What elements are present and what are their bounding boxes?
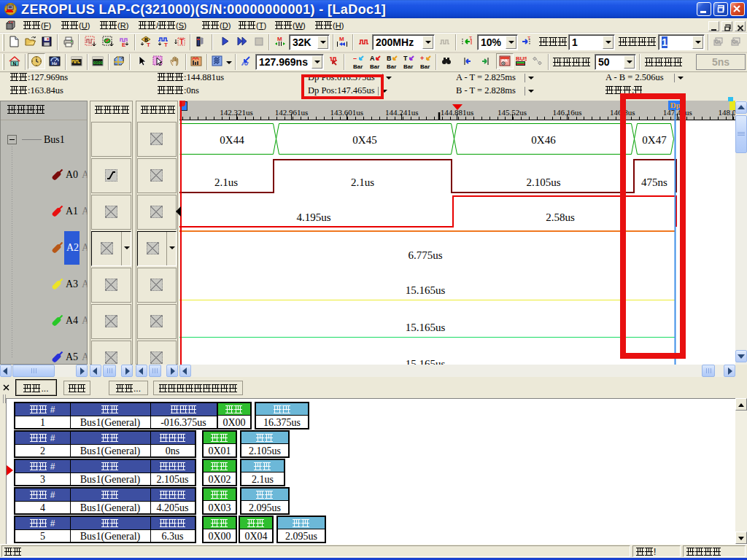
svg-text:15.165us: 15.165us <box>406 358 446 365</box>
svg-text:4.195us: 4.195us <box>296 211 330 223</box>
svg-text:M: M <box>339 36 344 42</box>
svg-text:T: T <box>147 42 150 47</box>
svg-text:0X46: 0X46 <box>531 134 556 146</box>
svg-text:Bar: Bar <box>420 63 430 69</box>
svg-text:BUS: BUS <box>516 55 527 62</box>
svg-text:2.1us: 2.1us <box>214 176 238 188</box>
svg-text:B: B <box>387 55 392 62</box>
svg-text:2.58us: 2.58us <box>546 211 575 223</box>
svg-text:Bar: Bar <box>353 63 363 69</box>
svg-text:T: T <box>469 36 473 41</box>
svg-text:15.165us: 15.165us <box>406 284 446 296</box>
svg-text:Bar: Bar <box>370 63 379 69</box>
svg-text:0X44: 0X44 <box>220 134 244 146</box>
svg-text:15.165us: 15.165us <box>406 322 446 333</box>
svg-text:–: – <box>353 55 357 62</box>
svg-text:T: T <box>403 55 408 62</box>
svg-text:2.105us: 2.105us <box>526 176 560 188</box>
svg-text:T: T <box>164 42 168 47</box>
svg-text:T: T <box>179 38 184 46</box>
svg-text:M: M <box>277 36 282 42</box>
svg-text:T: T <box>527 36 531 41</box>
svg-text:2.1us: 2.1us <box>351 176 374 188</box>
svg-text:N: N <box>13 61 17 66</box>
svg-text:0101: 0101 <box>93 61 104 65</box>
svg-text:E: E <box>122 42 126 47</box>
svg-text:A: A <box>370 55 375 62</box>
svg-text:Bar: Bar <box>387 63 396 69</box>
svg-text:Hz: Hz <box>52 61 57 66</box>
svg-text:6.775us: 6.775us <box>408 249 442 261</box>
svg-text:0X45: 0X45 <box>352 134 376 146</box>
svg-text:+: + <box>420 55 424 62</box>
svg-text:Bar: Bar <box>403 63 413 69</box>
